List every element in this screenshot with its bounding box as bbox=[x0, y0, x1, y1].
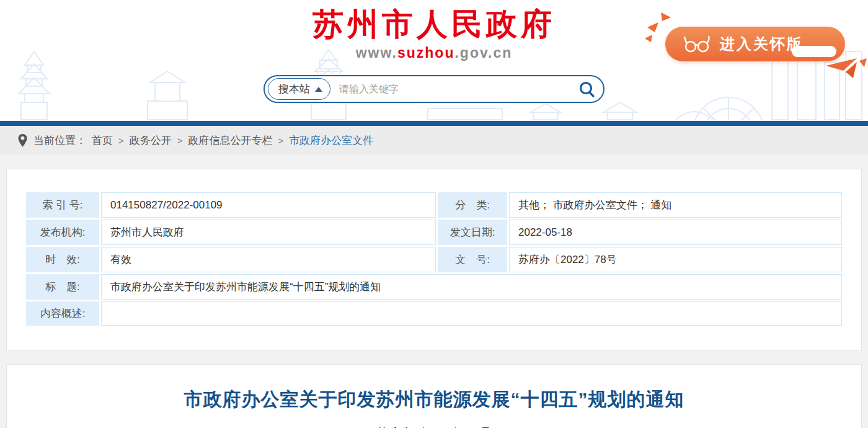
meta-docnum-value: 苏府办〔2022〕78号 bbox=[509, 247, 842, 272]
article-doc-number: 苏府办〔2022〕78号 bbox=[32, 425, 836, 428]
meta-index-label: 索 引 号: bbox=[26, 192, 99, 218]
breadcrumb-link-gov-affairs[interactable]: 政务公开 bbox=[130, 133, 172, 148]
blue-divider-bar bbox=[0, 121, 868, 126]
breadcrumb-link-info-disclosure[interactable]: 政府信息公开专栏 bbox=[188, 133, 273, 148]
site-url-domain: suzhou bbox=[397, 45, 455, 61]
meta-validity-label: 时 效: bbox=[26, 247, 99, 272]
search-scope-label: 搜本站 bbox=[278, 82, 310, 96]
chevron-up-icon bbox=[315, 87, 322, 92]
breadcrumb-separator: > bbox=[177, 135, 183, 146]
care-version-button[interactable]: 进入关怀版 bbox=[665, 27, 845, 61]
care-button-capsule-accent bbox=[792, 46, 836, 57]
meta-summary-value bbox=[101, 301, 842, 326]
breadcrumb-link-home[interactable]: 首页 bbox=[92, 133, 113, 148]
article-card: 市政府办公室关于印发苏州市能源发展“十四五”规划的通知 苏府办〔2022〕78号 bbox=[6, 364, 862, 428]
site-header: 苏州市人民政府 www.suzhou.gov.cn 搜本站 bbox=[0, 0, 868, 121]
search-input[interactable] bbox=[330, 84, 571, 95]
search-scope-dropdown[interactable]: 搜本站 bbox=[268, 78, 330, 100]
search-button[interactable] bbox=[571, 76, 603, 102]
meta-summary-label: 内容概述: bbox=[26, 301, 99, 326]
meta-index-value: 014150827/2022-00109 bbox=[101, 192, 436, 218]
breadcrumb: 当前位置： 首页 > 政务公开 > 政府信息公开专栏 > 市政府办公室文件 bbox=[0, 126, 868, 155]
article-title: 市政府办公室关于印发苏州市能源发展“十四五”规划的通知 bbox=[32, 387, 836, 412]
breadcrumb-separator: > bbox=[278, 135, 284, 146]
table-row: 标 题: 市政府办公室关于印发苏州市能源发展“十四五”规划的通知 bbox=[26, 274, 842, 300]
page: 苏州市人民政府 www.suzhou.gov.cn 搜本站 bbox=[0, 0, 868, 428]
location-pin-icon bbox=[17, 133, 28, 148]
meta-agency-value: 苏州市人民政府 bbox=[101, 220, 436, 245]
meta-agency-label: 发布机构: bbox=[26, 220, 99, 245]
meta-title-value: 市政府办公室关于印发苏州市能源发展“十四五”规划的通知 bbox=[101, 274, 842, 300]
glasses-icon bbox=[683, 35, 711, 53]
meta-date-value: 2022-05-18 bbox=[509, 220, 842, 245]
table-row: 索 引 号: 014150827/2022-00109 分 类: 其他； 市政府… bbox=[26, 192, 842, 218]
meta-category-label: 分 类: bbox=[438, 192, 507, 218]
table-row: 时 效: 有效 文 号: 苏府办〔2022〕78号 bbox=[26, 247, 842, 272]
document-meta-table: 索 引 号: 014150827/2022-00109 分 类: 其他； 市政府… bbox=[24, 190, 844, 328]
meta-date-label: 发文日期: bbox=[438, 220, 507, 245]
meta-validity-value: 有效 bbox=[101, 247, 436, 272]
care-version-label: 进入关怀版 bbox=[720, 34, 804, 54]
breadcrumb-current-page: 市政府办公室文件 bbox=[289, 133, 373, 148]
meta-title-label: 标 题: bbox=[26, 274, 99, 300]
meta-category-value: 其他； 市政府办公室文件； 通知 bbox=[509, 192, 842, 218]
document-meta-card: 索 引 号: 014150827/2022-00109 分 类: 其他； 市政府… bbox=[6, 169, 862, 350]
site-url-suffix: .gov.cn bbox=[454, 45, 512, 61]
breadcrumb-location-label: 当前位置： bbox=[33, 133, 86, 148]
search-icon bbox=[578, 80, 596, 99]
search-bar: 搜本站 bbox=[264, 75, 604, 103]
breadcrumb-separator: > bbox=[118, 135, 124, 146]
meta-docnum-label: 文 号: bbox=[438, 247, 507, 272]
table-row: 内容概述: bbox=[26, 301, 842, 326]
site-url-prefix: www. bbox=[356, 45, 397, 61]
table-row: 发布机构: 苏州市人民政府 发文日期: 2022-05-18 bbox=[26, 220, 842, 245]
